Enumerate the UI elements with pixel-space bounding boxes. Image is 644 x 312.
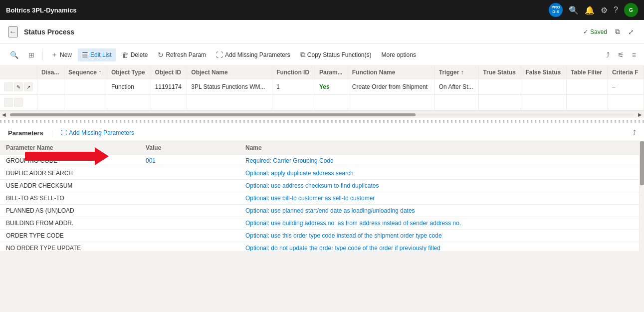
param-name-cell: ORDER TYPE CODE	[0, 230, 140, 242]
refresh-icon: ↻	[158, 51, 164, 59]
empty-controls	[0, 95, 37, 110]
row-param: Yes	[315, 79, 348, 95]
param-export-button[interactable]: ⤴	[633, 129, 636, 137]
saved-indicator: ✓ Saved	[583, 28, 607, 35]
add-missing-button[interactable]: ⛶ Add Missing Parameters	[212, 48, 294, 61]
top-nav: Boltrics 3PL-Dynamics PROD:S 🔍 🔔 ⚙ ? G	[0, 0, 644, 20]
view-options-button[interactable]: ≡	[630, 49, 638, 61]
new-button[interactable]: ＋ New	[47, 48, 76, 62]
param-col-display-name: Name	[239, 141, 639, 155]
col-disabled	[0, 66, 37, 79]
copy-status-label: Copy Status Function(s)	[307, 51, 372, 58]
delete-button[interactable]: 🗑 Delete	[118, 48, 152, 61]
param-display-name-cell: Optional: apply duplicate address search	[239, 167, 639, 180]
param-table-row: PLANNED AS (UN)LOADOptional: use planned…	[0, 205, 639, 217]
param-display-name-cell: Optional: use address checksum to find d…	[239, 180, 639, 192]
param-col-name: Parameter Name	[0, 141, 140, 155]
param-name-cell: GROUPING CODE	[0, 155, 140, 167]
col-function-id: Function ID	[272, 66, 315, 79]
table-row-empty	[0, 95, 644, 110]
more-options-button[interactable]: More options	[378, 49, 420, 61]
param-table-row: DUPLIC ADDR SEARCHOptional: apply duplic…	[0, 167, 639, 180]
param-display-name-cell: Optional: use building address no. as fr…	[239, 217, 639, 230]
parameters-title: Parameters	[8, 129, 43, 137]
param-value-cell	[140, 180, 239, 192]
help-icon[interactable]: ?	[614, 5, 618, 14]
add-missing-label: Add Missing Parameters	[225, 51, 290, 58]
col-false-status: False Status	[521, 66, 567, 79]
param-scrollbar-thumb[interactable]	[640, 141, 644, 185]
col-trigger: Trigger ↑	[434, 66, 479, 79]
minimize-button[interactable]: ⤢	[626, 25, 636, 38]
horizontal-scrollbar[interactable]: ◀ ▶	[0, 111, 644, 118]
filter-button[interactable]: ⚟	[616, 49, 626, 61]
param-display-name-cell: Required: Carrier Grouping Code	[239, 155, 639, 167]
param-scroll-container: Parameter Name Value Name GROUPING CODE0…	[0, 141, 644, 251]
nav-icons: PROD:S 🔍 🔔 ⚙ ? G	[549, 3, 638, 17]
edit-list-button[interactable]: ☰ Edit List	[78, 48, 116, 61]
param-value-cell: 001	[140, 155, 239, 167]
bookmark-icon: ⊞	[28, 51, 34, 59]
add-icon: ⛶	[216, 51, 223, 59]
settings-icon[interactable]: ⚙	[601, 5, 608, 15]
bell-icon[interactable]: 🔔	[585, 5, 595, 15]
param-value-cell	[140, 205, 239, 217]
search-nav-icon[interactable]: 🔍	[569, 5, 579, 15]
share-button[interactable]: ⤴	[604, 49, 612, 61]
row-true-status	[479, 79, 521, 95]
scroll-right-button[interactable]: ▶	[638, 112, 642, 117]
saved-label: Saved	[590, 28, 607, 35]
scrollbar-track	[10, 113, 634, 116]
param-name-cell: NO ORDER TYPE UPDATE	[0, 242, 140, 252]
param-vertical-scrollbar[interactable]	[639, 141, 644, 251]
param-table-row: USE ADDR CHECKSUMOptional: use address c…	[0, 180, 639, 192]
parameters-header: Parameters | ⛶ Add Missing Parameters ⤴	[0, 125, 644, 141]
plus-icon: ＋	[51, 50, 58, 59]
toolbar: 🔍 ⊞ ＋ New ☰ Edit List 🗑 Delete ↻ Refresh…	[0, 44, 644, 66]
row-object-type: Function	[107, 79, 151, 95]
col-param: Param...	[315, 66, 348, 79]
row-trigger: On After St...	[434, 79, 479, 95]
main-table: Disa... Sequence ↑ Object Type Object ID…	[0, 66, 644, 110]
delete-label: Delete	[131, 51, 148, 58]
search-toolbar-button[interactable]: 🔍	[6, 48, 22, 61]
scroll-left-button[interactable]: ◀	[2, 112, 6, 117]
add-missing-params-icon: ⛶	[61, 129, 67, 136]
row-edit[interactable]: ✎	[14, 82, 23, 91]
row-disabled	[37, 79, 64, 95]
param-name-cell: BILL-TO AS SELL-TO	[0, 192, 140, 205]
toolbar-right: ⤴ ⚟ ≡	[604, 49, 638, 61]
param-display-name-cell: Optional: use bill-to customer as sell-t…	[239, 192, 639, 205]
add-missing-params-button[interactable]: ⛶ Add Missing Parameters	[61, 129, 134, 136]
user-avatar[interactable]: G	[624, 3, 638, 17]
open-external-button[interactable]: ⧉	[613, 25, 622, 38]
param-display-name-cell: Optional: do not update the order type c…	[239, 242, 639, 252]
param-table-row: NO ORDER TYPE UPDATEOptional: do not upd…	[0, 242, 639, 252]
param-col-value: Value	[140, 141, 239, 155]
search-icon: 🔍	[10, 51, 18, 59]
refresh-param-button[interactable]: ↻ Refresh Param	[154, 48, 210, 61]
row-false-status	[521, 79, 567, 95]
copy-status-button[interactable]: ⧉ Copy Status Function(s)	[296, 48, 376, 61]
bookmark-toolbar-button[interactable]: ⊞	[24, 48, 38, 61]
add-missing-params-label: Add Missing Parameters	[69, 129, 134, 136]
row-check[interactable]	[4, 82, 13, 91]
empty-edit[interactable]	[14, 98, 23, 107]
param-display-name-cell: Optional: use planned start/end date as …	[239, 205, 639, 217]
back-button[interactable]: ←	[8, 26, 18, 37]
parameters-section: Parameters | ⛶ Add Missing Parameters ⤴ …	[0, 125, 644, 251]
main-table-container: Disa... Sequence ↑ Object Type Object ID…	[0, 66, 644, 111]
param-table-container: Parameter Name Value Name GROUPING CODE0…	[0, 141, 639, 251]
param-name-cell: USE ADDR CHECKSUM	[0, 180, 140, 192]
scrollbar-thumb[interactable]	[10, 113, 416, 116]
col-sequence2: Sequence ↑	[64, 66, 107, 79]
app-title: Boltrics 3PL-Dynamics	[6, 6, 549, 14]
empty-check[interactable]	[4, 98, 13, 107]
row-nav[interactable]: ↗	[24, 82, 33, 91]
param-header-row: Parameter Name Value Name	[0, 141, 639, 155]
copy-icon: ⧉	[300, 50, 305, 59]
main-content: Disa... Sequence ↑ Object Type Object ID…	[0, 66, 644, 251]
page-header: ← Status Process ✓ Saved ⧉ ⤢	[0, 20, 644, 44]
col-object-name: Object Name	[187, 66, 272, 79]
table-header-row: Disa... Sequence ↑ Object Type Object ID…	[0, 66, 644, 79]
